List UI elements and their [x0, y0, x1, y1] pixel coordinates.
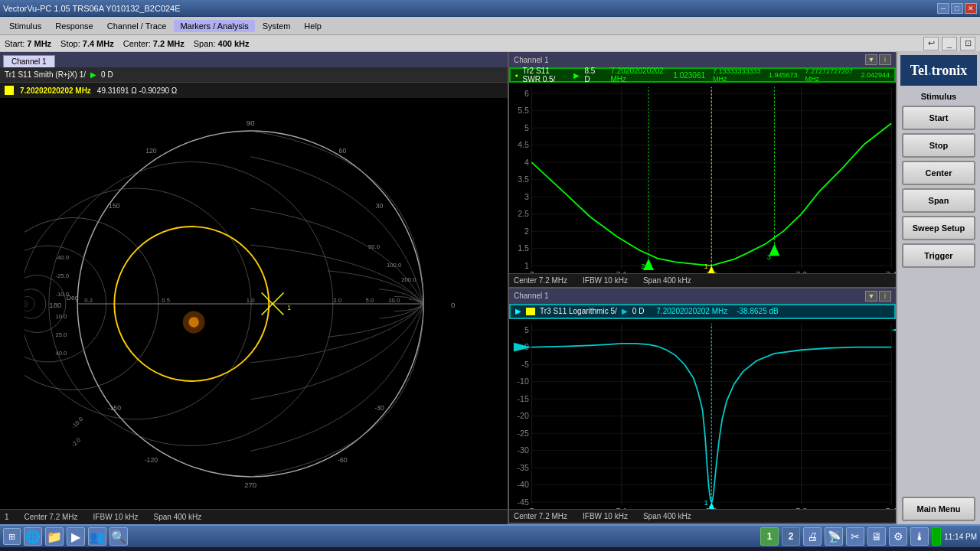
log-center-status: Center 7.2 MHz — [514, 512, 567, 520]
menu-stimulus[interactable]: Stimulus — [3, 20, 47, 32]
search-icon[interactable]: 🔍 — [109, 527, 128, 546]
swr-m3-num: 3 — [767, 253, 771, 261]
tektronix-logo: Tel.tronix — [900, 55, 977, 86]
temperature-icon[interactable]: 🌡 — [910, 527, 929, 546]
span-button[interactable]: Span — [902, 188, 975, 213]
marker-impedance-left: 49.31691 Ω -0.90290 Ω — [97, 86, 177, 95]
stop-value: 7.4 MHz — [83, 39, 114, 48]
r0-label: 0.2 — [84, 297, 93, 304]
swr-dropdown-button[interactable]: ▼ — [865, 54, 877, 65]
swr-y25: 2.5 — [518, 209, 529, 218]
swr-m1-freq: 7.20202020202 MHz — [610, 67, 664, 83]
clock-display: 11:14 PM — [944, 533, 977, 541]
center-button[interactable]: Center — [902, 161, 975, 185]
start-button[interactable]: Start — [902, 106, 975, 130]
degree-60: 60 — [338, 147, 346, 155]
log-chart-container: Channel 1 ▼ i ▶ Tr3 S11 Logarithmic 5/ ▶… — [509, 289, 896, 525]
swr-ifbw-status: IFBW 10 kHz — [583, 276, 628, 285]
smith-r100 — [24, 302, 25, 305]
settings-icon[interactable]: ⚙ — [889, 527, 907, 546]
degree-90: 90 — [246, 119, 254, 127]
browser-icon[interactable]: 🌐 — [24, 527, 42, 546]
menu-markers-analysis[interactable]: Markers / Analysis — [174, 20, 254, 32]
folder-icon[interactable]: 📁 — [45, 527, 64, 546]
menu-help[interactable]: Help — [298, 20, 328, 32]
toolbar-right: ↩ _ ⊡ — [923, 37, 975, 51]
menu-system[interactable]: System — [256, 20, 297, 32]
log-marker-freq: 7.20202020202 MHz — [656, 307, 727, 315]
log-dropdown-button[interactable]: ▼ — [865, 291, 877, 302]
swr-status-bar: Center 7.2 MHz IFBW 10 kHz Span 400 kHz — [509, 273, 896, 287]
swr-trace-header: ▪ Tr2 S11 SWR 0.5/ ▶ 8.5 D 7.20202020202… — [509, 67, 896, 83]
toolbar-expand-button[interactable]: ⊡ — [960, 37, 975, 51]
log-yn30: -30 — [518, 445, 529, 455]
r05-label: 0.5 — [162, 297, 170, 304]
degree-270: 270 — [244, 481, 256, 489]
toolbar: Start: 7 MHz Stop: 7.4 MHz Center: 7.2 M… — [0, 35, 980, 52]
logo-brand: Tel — [910, 63, 928, 79]
minimize-button[interactable]: ─ — [937, 3, 949, 14]
taskbar-num2-icon[interactable]: 2 — [782, 527, 800, 546]
status-green-icon — [932, 527, 941, 546]
start-menu-button[interactable]: ⊞ — [3, 528, 21, 545]
tools-icon[interactable]: ✂ — [846, 527, 864, 546]
close-button[interactable]: ✕ — [965, 3, 977, 14]
resist-label-40: -40.0 — [55, 254, 69, 261]
monitor-icon[interactable]: 🖥 — [867, 527, 886, 546]
stop-button[interactable]: Stop — [902, 133, 975, 158]
degree-240: -120 — [144, 455, 157, 463]
swr-y6: 6 — [524, 89, 529, 98]
degree-30: 30 — [375, 202, 383, 210]
swr-m3-val: 2.042944 — [861, 71, 890, 79]
media-icon[interactable]: ▶ — [67, 527, 85, 546]
toolbar-undo-button[interactable]: ↩ — [923, 37, 939, 51]
marker-info-bar-left: 7.20202020202 MHz 49.31691 Ω -0.90290 Ω — [0, 83, 508, 98]
swr-y45: 4.5 — [518, 140, 529, 149]
swr-m2-val: 1.945673 — [769, 71, 798, 79]
taskbar-right: 1 2 🖨 📡 ✂ 🖥 ⚙ 🌡 11:14 PM — [760, 527, 977, 546]
log-x73: 7.3 — [795, 506, 807, 509]
stimulus-section-label: Stimulus — [921, 92, 956, 101]
resist-label-25p: 25.0 — [55, 331, 67, 338]
swr-info-button[interactable]: i — [879, 54, 891, 65]
window-title: VectorVu-PC 1.05 TRS06A Y010132_B2C024E — [3, 4, 181, 13]
span-value: 400 kHz — [218, 39, 250, 48]
print-icon[interactable]: 🖨 — [803, 527, 822, 546]
log-info-button[interactable]: i — [879, 291, 891, 302]
right-button-panel: Tel.tronix Stimulus Start Stop Center Sp… — [896, 52, 980, 524]
menu-channel-trace[interactable]: Channel / Trace — [101, 20, 173, 32]
center-value: 7.2 MHz — [153, 39, 185, 48]
swr-y15: 1.5 — [518, 243, 529, 253]
smith-chart-panel: Channel 1 Tr1 S11 Smith (R+jX) 1/ ▶ 0 D … — [0, 52, 509, 524]
marker-number: 1 — [287, 303, 291, 311]
degree-330: -30 — [374, 404, 384, 412]
main-menu-button[interactable]: Main Menu — [902, 497, 975, 521]
log-arrow-indicator: ▶ — [515, 307, 521, 315]
log-yn45: -45 — [518, 497, 529, 506]
trigger-button[interactable]: Trigger — [902, 243, 975, 268]
window-controls: ─ □ ✕ — [937, 3, 977, 14]
trace-header-left: Tr1 S11 Smith (R+jX) 1/ ▶ 0 D — [0, 67, 508, 83]
log-m1-num: 1 — [704, 497, 708, 506]
degree-0: 0 — [450, 300, 454, 308]
log-trace-label: Tr3 S11 Logarithmic 5/ — [540, 307, 617, 315]
log-trace-header: ▶ Tr3 S11 Logarithmic 5/ ▶ 0 D 7.2020202… — [509, 304, 896, 319]
channel-tab-left[interactable]: Channel 1 — [3, 55, 55, 67]
menu-response[interactable]: Response — [49, 20, 100, 32]
swr-header-controls: ▼ i — [865, 54, 891, 65]
sweep-setup-button[interactable]: Sweep Setup — [902, 216, 975, 240]
log-header-controls: ▼ i — [865, 291, 891, 302]
log-channel-label: Channel 1 — [514, 292, 549, 300]
maximize-button[interactable]: □ — [951, 3, 963, 14]
trace-mode-left: 0 D — [101, 70, 113, 79]
toolbar-start: Start: 7 MHz — [5, 39, 51, 48]
swr-x7: 7 — [529, 270, 534, 273]
taskbar-num1-icon[interactable]: 1 — [760, 527, 779, 546]
users-icon[interactable]: 👥 — [88, 527, 106, 546]
toolbar-center: Center: 7.2 MHz — [123, 39, 185, 48]
toolbar-minimize-button[interactable]: _ — [942, 37, 957, 51]
r10-label: 10.0 — [388, 297, 400, 304]
wifi-icon[interactable]: 📡 — [825, 527, 843, 546]
degree-180: 180 — [49, 300, 61, 308]
swr-channel-label: Channel 1 — [514, 56, 549, 64]
